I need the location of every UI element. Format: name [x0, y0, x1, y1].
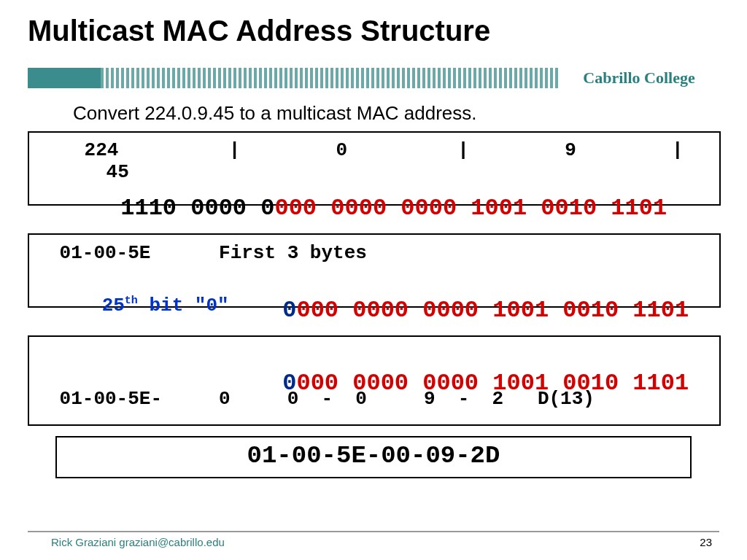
label-th: th — [125, 295, 138, 307]
rest-bits-red: 000 0000 0000 1001 0010 1101 — [296, 297, 689, 324]
ip-sep3: | — [672, 139, 684, 161]
bin-prefix-black: 1110 0000 0 — [120, 195, 274, 222]
result-box: 01-00-5E-00-09-2D — [55, 436, 692, 478]
binary-repeat: 0000 0000 0000 1001 0010 1101 — [198, 343, 689, 424]
brand-label: Cabrillo College — [559, 68, 719, 88]
hex-breakdown-line: 01-00-5E- 0 0 - 0 9 - 2 D(13) — [48, 388, 595, 410]
binary-to-hex-box: 0000 0000 0000 1001 0010 1101 01-00-5E- … — [28, 335, 721, 426]
footer-divider — [28, 531, 719, 532]
label-25: 25 — [102, 295, 125, 316]
result-mac: 01-00-5E-00-09-2D — [57, 438, 690, 474]
slide-title: Multicast MAC Address Structure — [28, 15, 490, 47]
mac-prefix-line: 01-00-5E First 3 bytes — [48, 242, 367, 264]
lead-bit-0: 0 — [282, 297, 296, 324]
ip-o2: 0 — [336, 139, 347, 161]
ip-o3: 9 — [565, 139, 576, 161]
result-last: D — [485, 442, 500, 470]
ip-o1: 224 — [85, 139, 119, 161]
stripe-bars — [101, 68, 559, 88]
ip-sep1: | — [229, 139, 241, 161]
ip-to-binary-box: 224 | 0 | 9 | 45 1110 0000 0000 0000 000… — [28, 131, 721, 206]
subtitle-text: Convert 224.0.9.45 to a multicast MAC ad… — [73, 102, 477, 125]
stripe-teal-block — [28, 68, 101, 88]
header-stripe: Cabrillo College — [28, 68, 719, 88]
footer-page-number: 23 — [700, 536, 712, 548]
ip-sep2: | — [457, 139, 469, 161]
bin-rest-red: 000 0000 0000 1001 0010 1101 — [274, 195, 667, 222]
mac-prefix-box: 01-00-5E First 3 bytes 25th bit "0" 0000… — [28, 233, 721, 308]
footer-author: Rick Graziani graziani@cabrillo.edu — [51, 536, 225, 548]
result-main: 01-00-5E-00-09-2 — [247, 442, 485, 470]
